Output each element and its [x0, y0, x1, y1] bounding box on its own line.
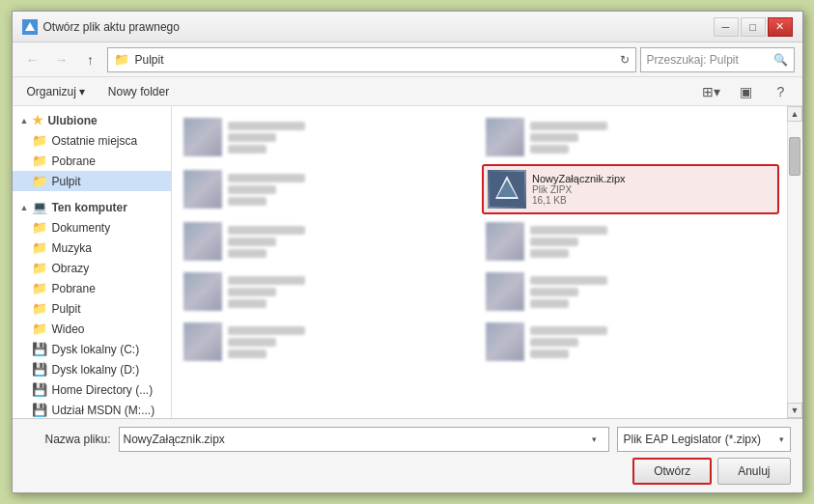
sidebar-images-label: Obrazy	[52, 262, 90, 275]
maximize-button[interactable]: □	[741, 17, 766, 37]
file-item-blurred-1[interactable]	[180, 114, 477, 160]
file-item-blurred-2[interactable]	[482, 114, 779, 160]
filename-dropdown-button[interactable]: ▾	[585, 428, 604, 451]
cancel-button[interactable]: Anuluj	[717, 458, 790, 485]
sidebar-music-label: Muzyka	[52, 241, 92, 255]
filename-label: Nazwa pliku:	[24, 433, 111, 446]
search-icon[interactable]: 🔍	[773, 53, 788, 67]
sidebar-item-images[interactable]: 📁 Obrazy	[13, 258, 171, 278]
help-button[interactable]: ?	[768, 80, 795, 103]
dialog-title: Otwórz plik aktu prawnego	[43, 20, 180, 34]
favorites-header[interactable]: ▲ ★ Ulubione	[13, 110, 171, 130]
new-folder-button[interactable]: Nowy folder	[99, 82, 178, 101]
sidebar-drive-d-label: Dysk lokalny (D:)	[52, 363, 140, 377]
view-options-button[interactable]: ⊞▾	[698, 80, 725, 103]
close-button[interactable]: ✕	[768, 17, 793, 37]
file-item-blurred-5[interactable]	[180, 218, 477, 265]
sidebar: ▲ ★ Ulubione 📁 Ostatnie miejsca 📁 Pobran…	[13, 106, 172, 418]
sidebar-item-drive-d[interactable]: 💾 Dysk lokalny (D:)	[13, 359, 171, 379]
scroll-thumb[interactable]	[789, 137, 800, 176]
address-bar: 📁 Pulpit ↻	[107, 47, 636, 72]
computer-header[interactable]: ▲ 💻 Ten komputer	[13, 197, 171, 217]
selected-file-name: NowyZałącznik.zipx	[532, 173, 626, 184]
sidebar-msdn-label: Udział MSDN (M:...)	[52, 404, 155, 417]
scroll-up-arrow[interactable]: ▲	[787, 106, 802, 122]
sidebar-item-video[interactable]: 📁 Wideo	[13, 319, 171, 339]
action-row: Otwórz Anuluj	[24, 458, 791, 485]
file-item-blurred-7[interactable]	[180, 268, 477, 315]
filetype-select[interactable]: Plik EAP Legislator (*.zipx) ▾	[617, 427, 791, 452]
blurred-text-1	[228, 122, 305, 154]
sidebar-item-downloads[interactable]: 📁 Pobrane	[13, 151, 171, 171]
sidebar-item-msdn[interactable]: 💾 Udział MSDN (M:...)	[13, 400, 171, 418]
minimize-button[interactable]: ─	[714, 17, 739, 37]
desktop2-icon: 📁	[32, 301, 47, 316]
blurred-text-5	[228, 226, 305, 258]
blurred-thumb-8	[486, 272, 524, 311]
selected-file-type: Plik ZIPX	[532, 184, 626, 195]
sidebar-item-desktop2[interactable]: 📁 Pulpit	[13, 298, 171, 319]
file-item-blurred-9[interactable]	[180, 319, 477, 365]
sidebar-desktop-label: Pulpit	[52, 175, 81, 188]
content-area: NowyZałącznik.zipx Plik ZIPX 16,1 KB	[172, 106, 787, 418]
organize-button[interactable]: Organizuj ▾	[20, 82, 92, 101]
vertical-scrollbar[interactable]: ▲ ▼	[787, 106, 802, 418]
file-item-blurred-6[interactable]	[482, 218, 779, 265]
drive-d-icon: 💾	[32, 362, 47, 377]
file-item-selected[interactable]: NowyZałącznik.zipx Plik ZIPX 16,1 KB	[482, 164, 779, 214]
downloads-folder-icon: 📁	[32, 154, 47, 168]
nav-toolbar: ← → ↑ 📁 Pulpit ↻ Przeszukaj: Pulpit 🔍	[13, 42, 802, 77]
up-button[interactable]: ↑	[78, 48, 103, 71]
blurred-thumb-3	[183, 170, 222, 209]
blurred-text-7	[228, 276, 305, 308]
computer-icon: 💻	[32, 200, 47, 214]
blurred-text-3	[228, 174, 305, 206]
sidebar-item-recent[interactable]: 📁 Ostatnie miejsca	[13, 130, 171, 151]
sidebar-documents-label: Dokumenty	[52, 221, 111, 235]
file-item-blurred-8[interactable]	[482, 268, 779, 315]
home-dir-icon: 💾	[32, 382, 47, 397]
file-item-blurred-3[interactable]	[180, 164, 477, 214]
refresh-button[interactable]: ↻	[620, 53, 630, 67]
dialog: Otwórz plik aktu prawnego ─ □ ✕ ← → ↑ 📁 …	[12, 11, 803, 493]
sidebar-drive-c-label: Dysk lokalny (C:)	[52, 343, 140, 356]
video-icon: 📁	[32, 322, 47, 336]
sidebar-item-desktop[interactable]: 📁 Pulpit	[13, 171, 171, 191]
sidebar-item-downloads2[interactable]: 📁 Pobrane	[13, 278, 171, 298]
music-icon: 📁	[32, 240, 47, 255]
search-placeholder: Przeszukaj: Pulpit	[647, 53, 773, 67]
preview-pane-button[interactable]: ▣	[733, 80, 760, 103]
blurred-text-10	[530, 326, 607, 358]
open-button[interactable]: Otwórz	[632, 458, 712, 485]
organize-label: Organizuj	[27, 85, 76, 98]
search-bar: Przeszukaj: Pulpit 🔍	[640, 47, 795, 72]
filename-row: Nazwa pliku: ▾ Plik EAP Legislator (*.zi…	[24, 427, 791, 452]
forward-button[interactable]: →	[49, 48, 74, 71]
desktop-folder-icon: 📁	[32, 174, 47, 188]
bottom-bar: Nazwa pliku: ▾ Plik EAP Legislator (*.zi…	[13, 418, 802, 492]
selected-file-size: 16,1 KB	[532, 195, 626, 206]
sidebar-home-dir-label: Home Directory (...)	[52, 383, 154, 397]
sidebar-item-drive-c[interactable]: 💾 Dysk lokalny (C:)	[13, 339, 171, 359]
documents-icon: 📁	[32, 220, 47, 235]
computer-label: Ten komputer	[51, 201, 126, 214]
blurred-text-9	[228, 326, 305, 358]
filename-input-wrapper: ▾	[119, 427, 609, 452]
sidebar-downloads2-label: Pobrane	[52, 282, 96, 295]
selected-file-thumb	[488, 170, 526, 209]
title-bar-left: Otwórz plik aktu prawnego	[22, 19, 180, 35]
filename-input[interactable]	[124, 433, 585, 446]
sidebar-item-music[interactable]: 📁 Muzyka	[13, 238, 171, 258]
scroll-down-arrow[interactable]: ▼	[787, 403, 802, 418]
expand-computer-icon: ▲	[20, 203, 29, 212]
file-item-blurred-10[interactable]	[482, 319, 779, 365]
msdn-icon: 💾	[32, 403, 47, 417]
sidebar-item-documents[interactable]: 📁 Dokumenty	[13, 217, 171, 238]
sidebar-item-home-dir[interactable]: 💾 Home Directory (...)	[13, 379, 171, 400]
downloads2-icon: 📁	[32, 281, 47, 295]
blurred-thumb-9	[183, 322, 222, 361]
title-controls: ─ □ ✕	[714, 17, 793, 37]
back-button[interactable]: ←	[20, 48, 45, 71]
address-text: Pulpit	[135, 53, 614, 67]
second-toolbar: Organizuj ▾ Nowy folder ⊞▾ ▣ ?	[13, 77, 802, 106]
